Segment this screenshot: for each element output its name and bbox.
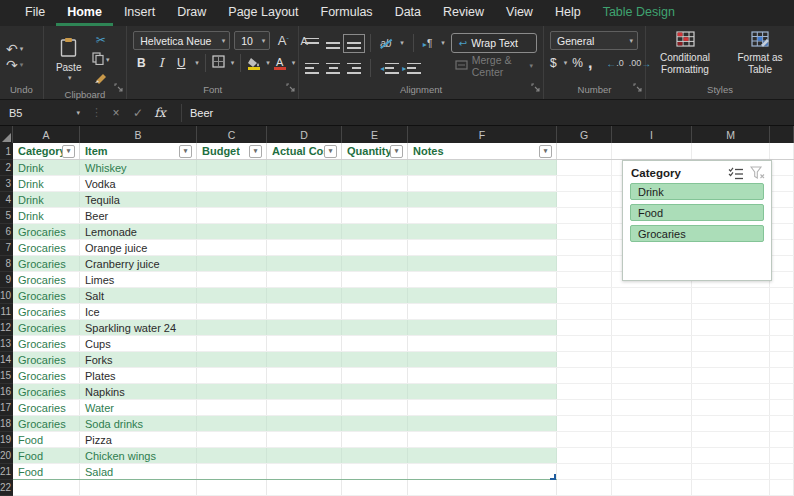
filter-dropdown-icon[interactable]: ▾ bbox=[390, 145, 403, 158]
cell-D15[interactable] bbox=[267, 368, 342, 383]
cell-F22[interactable] bbox=[408, 480, 557, 495]
borders-button[interactable] bbox=[212, 54, 225, 72]
empty-cell[interactable] bbox=[770, 208, 794, 223]
cell-B3[interactable]: Vodka bbox=[80, 176, 197, 191]
filter-dropdown-icon[interactable]: ▾ bbox=[539, 145, 552, 158]
empty-cell[interactable] bbox=[770, 176, 794, 191]
row-number[interactable]: 19 bbox=[0, 432, 13, 448]
cell-A3[interactable]: Drink bbox=[13, 176, 80, 191]
empty-cell[interactable] bbox=[612, 336, 692, 351]
empty-cell[interactable] bbox=[612, 416, 692, 431]
row-number[interactable]: 13 bbox=[0, 336, 13, 352]
cell-D7[interactable] bbox=[267, 240, 342, 255]
empty-cell[interactable] bbox=[612, 352, 692, 367]
cell-E15[interactable] bbox=[342, 368, 408, 383]
cell-A15[interactable]: Grocaries bbox=[13, 368, 80, 383]
font-size-select[interactable]: 10▾ bbox=[234, 31, 270, 50]
empty-cell[interactable] bbox=[770, 464, 794, 479]
empty-cell[interactable] bbox=[557, 432, 612, 447]
cell-A13[interactable]: Grocaries bbox=[13, 336, 80, 351]
empty-cell[interactable] bbox=[692, 480, 770, 495]
align-top-button[interactable] bbox=[305, 38, 319, 49]
format-as-table-button[interactable]: Format as Table bbox=[732, 31, 788, 76]
empty-cell[interactable] bbox=[770, 320, 794, 335]
empty-cell[interactable] bbox=[557, 208, 612, 223]
empty-cell[interactable] bbox=[612, 288, 692, 303]
column-header-extra[interactable] bbox=[770, 126, 794, 143]
cell-E12[interactable] bbox=[342, 320, 408, 335]
empty-cell[interactable] bbox=[770, 143, 794, 159]
row-number[interactable]: 7 bbox=[0, 240, 13, 256]
cell-B20[interactable]: Chicken wings bbox=[80, 448, 197, 463]
multi-select-icon[interactable] bbox=[728, 167, 744, 180]
cell-E3[interactable] bbox=[342, 176, 408, 191]
merge-center-button[interactable]: Merge & Center ▾ bbox=[451, 57, 537, 75]
cell-C21[interactable] bbox=[197, 464, 267, 479]
column-header-A[interactable]: A bbox=[13, 126, 80, 143]
cell-A4[interactable]: Drink bbox=[13, 192, 80, 207]
cell-F19[interactable] bbox=[408, 432, 557, 447]
cell-B5[interactable]: Beer bbox=[80, 208, 197, 223]
row-number[interactable]: 21 bbox=[0, 464, 13, 480]
cell-D22[interactable] bbox=[267, 480, 342, 495]
cell-A6[interactable]: Grocaries bbox=[13, 224, 80, 239]
tab-file[interactable]: File bbox=[14, 0, 56, 26]
tab-view[interactable]: View bbox=[495, 0, 544, 26]
cell-A8[interactable]: Grocaries bbox=[13, 256, 80, 271]
tab-insert[interactable]: Insert bbox=[113, 0, 166, 26]
name-box[interactable]: B5 ▾ bbox=[0, 100, 88, 125]
empty-cell[interactable] bbox=[557, 336, 612, 351]
align-left-button[interactable] bbox=[305, 63, 319, 74]
empty-cell[interactable] bbox=[770, 432, 794, 447]
cell-E2[interactable] bbox=[342, 160, 408, 175]
cell-D20[interactable] bbox=[267, 448, 342, 463]
row-number[interactable]: 9 bbox=[0, 272, 13, 288]
tab-draw[interactable]: Draw bbox=[166, 0, 217, 26]
row-number[interactable]: 14 bbox=[0, 352, 13, 368]
empty-cell[interactable] bbox=[692, 384, 770, 399]
cell-B11[interactable]: Ice bbox=[80, 304, 197, 319]
cell-E21[interactable] bbox=[342, 464, 408, 479]
empty-cell[interactable] bbox=[557, 448, 612, 463]
cell-B14[interactable]: Forks bbox=[80, 352, 197, 367]
tab-formulas[interactable]: Formulas bbox=[310, 0, 384, 26]
cell-F8[interactable] bbox=[408, 256, 557, 271]
number-format-select[interactable]: General▾ bbox=[550, 31, 638, 50]
cell-F14[interactable] bbox=[408, 352, 557, 367]
empty-cell[interactable] bbox=[770, 368, 794, 383]
row-number[interactable]: 3 bbox=[0, 176, 13, 192]
cell-D2[interactable] bbox=[267, 160, 342, 175]
cell-F13[interactable] bbox=[408, 336, 557, 351]
conditional-formatting-button[interactable]: Conditional Formatting bbox=[652, 31, 718, 76]
empty-cell[interactable] bbox=[692, 416, 770, 431]
cell-B12[interactable]: Sparkling water 24 bbox=[80, 320, 197, 335]
cell-C18[interactable] bbox=[197, 416, 267, 431]
cell-C7[interactable] bbox=[197, 240, 267, 255]
table-header-category[interactable]: Category▾ bbox=[13, 143, 80, 159]
cell-E4[interactable] bbox=[342, 192, 408, 207]
cut-button[interactable]: ✂ bbox=[92, 31, 110, 48]
formula-input[interactable]: Beer bbox=[190, 107, 213, 119]
category-slicer[interactable]: Category DrinkFoodGrocaries bbox=[622, 160, 772, 281]
font-name-select[interactable]: Helvetica Neue▾ bbox=[133, 31, 230, 50]
cell-B15[interactable]: Plates bbox=[80, 368, 197, 383]
empty-cell[interactable] bbox=[612, 480, 692, 495]
column-header-F[interactable]: F bbox=[408, 126, 557, 143]
cell-B2[interactable]: Whiskey bbox=[80, 160, 197, 175]
cell-C14[interactable] bbox=[197, 352, 267, 367]
table-header-actual-cost[interactable]: Actual Cost▾ bbox=[267, 143, 342, 159]
cell-B8[interactable]: Cranberry juice bbox=[80, 256, 197, 271]
cell-A9[interactable]: Grocaries bbox=[13, 272, 80, 287]
column-header-I[interactable]: I bbox=[612, 126, 692, 143]
empty-cell[interactable] bbox=[770, 304, 794, 319]
empty-cell[interactable] bbox=[770, 352, 794, 367]
cell-A14[interactable]: Grocaries bbox=[13, 352, 80, 367]
table-header-budget[interactable]: Budget▾ bbox=[197, 143, 267, 159]
cell-C4[interactable] bbox=[197, 192, 267, 207]
filter-dropdown-icon[interactable]: ▾ bbox=[249, 145, 262, 158]
cancel-entry-button[interactable]: × bbox=[105, 106, 127, 120]
empty-cell[interactable] bbox=[692, 400, 770, 415]
cell-D21[interactable] bbox=[267, 464, 342, 479]
cell-D12[interactable] bbox=[267, 320, 342, 335]
confirm-entry-button[interactable]: ✓ bbox=[127, 106, 149, 120]
